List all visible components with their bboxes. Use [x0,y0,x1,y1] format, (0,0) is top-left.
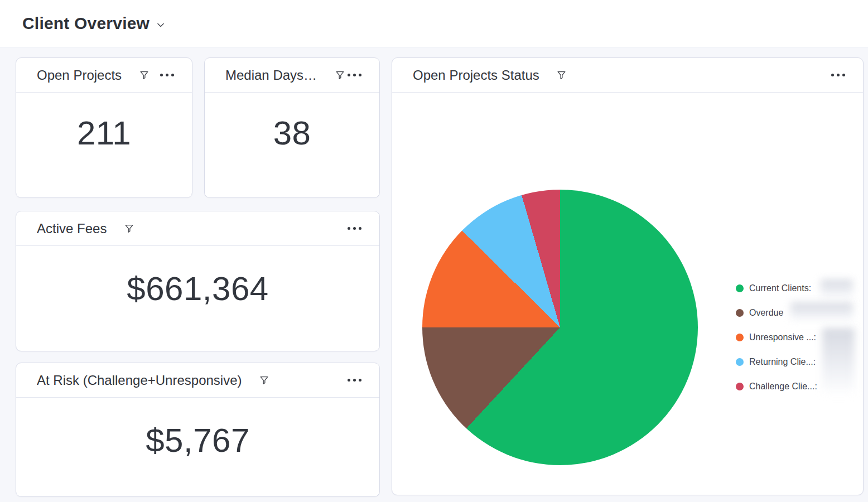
legend-color-dot [736,284,744,292]
legend-color-dot [736,358,744,366]
legend-color-dot [736,383,744,390]
redacted-value-blur [822,328,855,395]
redacted-value-blur [821,279,853,300]
widget-title: Median Days ... [225,67,317,83]
stat-value: $661,364 [16,246,379,308]
widget-header: Open Projects [16,58,192,93]
client-overview-dashboard: Client Overview Open Projects 211 Median… [0,0,868,502]
pie-legend: Current Clients: Overdue Unresponsive ..… [736,276,862,399]
stat-value: $5,767 [16,398,379,460]
page-title: Client Overview [22,14,150,33]
funnel-icon[interactable] [258,374,271,387]
widget-open-projects: Open Projects 211 [16,57,192,198]
widget-median-days: Median Days ... 38 [204,57,380,198]
legend-label: Current Clients: [749,283,811,293]
pie-chart-area: Current Clients: Overdue Unresponsive ..… [392,93,863,495]
funnel-icon[interactable] [137,69,151,82]
widget-header: Median Days ... [205,58,379,93]
funnel-icon[interactable] [555,69,568,82]
board-title-button[interactable]: Client Overview [22,14,166,33]
top-bar: Client Overview [0,0,868,47]
stat-value: 211 [16,93,192,152]
widget-body: $661,364 [16,246,379,351]
widget-menu-button[interactable] [346,224,363,233]
legend-label: Returning Clie...: [749,357,816,367]
funnel-icon[interactable] [122,222,136,235]
chevron-down-icon [155,20,166,31]
legend-label: Unresponsive ...: [749,332,816,342]
widget-header: Active Fees [16,211,379,246]
widget-title: Open Projects Status [413,67,539,83]
widget-title: Open Projects [37,67,122,83]
widget-menu-button[interactable] [346,70,363,80]
widget-body: Current Clients: Overdue Unresponsive ..… [392,93,863,495]
funnel-icon[interactable] [333,69,346,82]
legend-label: Challenge Clie...: [749,382,817,392]
widget-open-projects-status: Open Projects Status Current Clients: Ov… [392,57,864,495]
widget-body: 211 [16,93,192,197]
widget-body: $5,767 [16,398,379,496]
widget-header: At Risk (Challenge+Unresponsive) [16,363,379,398]
widget-body: 38 [205,93,379,197]
widget-active-fees: Active Fees $661,364 [16,211,380,351]
legend-color-dot [736,334,744,341]
widget-at-risk: At Risk (Challenge+Unresponsive) $5,767 [16,363,380,497]
stat-value: 38 [205,93,379,152]
widget-menu-button[interactable] [346,375,363,385]
widget-menu-button[interactable] [159,70,175,80]
widget-title: Active Fees [37,221,107,236]
legend-label: Overdue [749,308,783,318]
pie-chart[interactable] [422,190,698,465]
legend-color-dot [736,309,744,317]
widget-menu-button[interactable] [830,70,846,80]
widget-header: Open Projects Status [392,58,863,93]
redacted-value-blur [790,302,853,322]
widget-title: At Risk (Challenge+Unresponsive) [37,373,242,388]
